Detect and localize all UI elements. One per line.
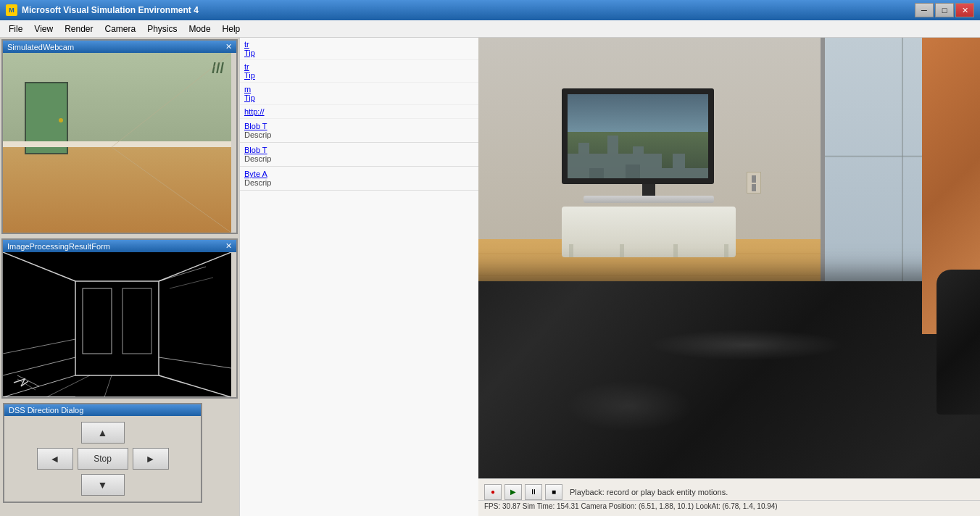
tv-ground <box>568 132 708 178</box>
byte-title[interactable]: Byte A <box>244 170 474 178</box>
couch-highlight <box>649 329 845 360</box>
dss-dialog: DSS Direction Dialog ▲ ◄ Stop ► ▼ <box>3 403 202 503</box>
simtime-display: Sim Time: 154.31 <box>523 502 579 510</box>
svg-marker-32 <box>626 165 640 178</box>
title-bar-left: M Microsoft Visual Simulation Environmen… <box>6 4 199 16</box>
menu-item-file[interactable]: File <box>3 22 28 36</box>
status-bar: FPS: 30.87 Sim Time: 154.31 Camera Posit… <box>478 500 980 512</box>
log-link-6[interactable]: Tip <box>244 93 474 102</box>
outlet-slot-1 <box>752 175 756 183</box>
menu-bar: FileViewRenderCameraPhysicsModeHelp <box>0 20 980 38</box>
dss-stop-button[interactable]: Stop <box>78 448 128 470</box>
stand-leg-1 <box>569 244 573 257</box>
webcam-floor <box>3 146 231 233</box>
blob-desc-1: Descrip <box>244 130 474 139</box>
couch-back <box>478 281 980 480</box>
tv-stand <box>562 207 736 257</box>
dss-right-button[interactable]: ► <box>133 448 169 470</box>
maximize-button[interactable]: □ <box>935 3 954 17</box>
http-entry: http:// <box>240 105 478 119</box>
imgproc-window: ImageProcessingResultForm ✕ <box>1 238 238 399</box>
stand-leg-3 <box>620 244 624 257</box>
webcam-title-bar: SimulatedWebcam ✕ <box>3 41 236 53</box>
app-icon: M <box>6 4 17 16</box>
menu-item-mode[interactable]: Mode <box>183 22 217 36</box>
left-panel: SimulatedWebcam ✕ /// <box>0 38 239 516</box>
title-bar: M Microsoft Visual Simulation Environmen… <box>0 0 980 20</box>
playback-text: Playback: record or play back entity mot… <box>570 488 728 496</box>
stand-leg-2 <box>724 244 728 257</box>
log-link-4[interactable]: Tip <box>244 71 474 80</box>
blob-desc-2: Descrip <box>244 154 474 163</box>
imgproc-svg <box>3 252 231 397</box>
blob-entry-1: Blob T Descrip <box>240 119 478 143</box>
log-entry-2: tr Tip <box>240 60 478 83</box>
couch-armrest-right <box>937 270 980 415</box>
playback-controls: ● ▶ ⏸ ■ Playback: record or play back en… <box>478 484 980 500</box>
svg-marker-31 <box>589 168 604 178</box>
play-button[interactable]: ▶ <box>504 484 522 500</box>
close-button[interactable]: ✕ <box>955 3 974 17</box>
minimize-button[interactable]: ─ <box>915 3 934 17</box>
webcam-baseboard <box>3 141 231 147</box>
tv-base <box>584 196 714 203</box>
record-button[interactable]: ● <box>484 484 502 500</box>
stop-button[interactable]: ■ <box>545 484 562 500</box>
blob-title-2[interactable]: Blob T <box>244 146 474 154</box>
viewport-scene <box>478 38 980 516</box>
log-panel: tr Tip tr Tip m Tip http:// Blob T Descr… <box>239 38 478 516</box>
http-link[interactable]: http:// <box>244 107 474 116</box>
log-entry-1: tr Tip <box>240 38 478 60</box>
tv-neck <box>642 184 655 196</box>
log-entry-3: m Tip <box>240 83 478 105</box>
blob-entry-2: Blob T Descrip <box>240 143 478 167</box>
tv-area <box>562 88 736 257</box>
window-controls: ─ □ ✕ <box>915 3 974 17</box>
lookat-display: LookAt: (6.78, 1.4, 10.94) <box>696 502 778 510</box>
log-link-3[interactable]: tr <box>244 62 474 71</box>
dss-up-button[interactable]: ▲ <box>81 422 125 444</box>
main-layout: SimulatedWebcam ✕ /// <box>0 38 980 516</box>
viewport[interactable]: ● ▶ ⏸ ■ Playback: record or play back en… <box>478 38 980 516</box>
menu-item-view[interactable]: View <box>28 22 59 36</box>
dss-dialog-title: DSS Direction Dialog <box>4 404 201 416</box>
blob-entry-3: Byte A Descrip <box>240 167 478 191</box>
blob-title-1[interactable]: Blob T <box>244 122 474 130</box>
menu-item-physics[interactable]: Physics <box>141 22 183 36</box>
stand-leg-4 <box>673 244 678 257</box>
imgproc-title-bar: ImageProcessingResultForm ✕ <box>3 240 236 252</box>
tv-castle-svg <box>568 132 708 178</box>
imgproc-close-icon[interactable]: ✕ <box>225 241 232 251</box>
log-link-2[interactable]: Tip <box>244 49 474 57</box>
tv-screen <box>562 88 714 184</box>
couch-cushion <box>553 376 704 436</box>
outlet-slot-2 <box>752 184 756 191</box>
wall-outlet <box>747 172 761 194</box>
log-link-5[interactable]: m <box>244 85 474 93</box>
byte-desc: Descrip <box>244 178 474 187</box>
webcam-view: /// <box>3 53 231 233</box>
menu-item-render[interactable]: Render <box>59 22 99 36</box>
couch <box>478 291 980 480</box>
menu-item-help[interactable]: Help <box>217 22 246 36</box>
webcam-door-handle <box>59 118 63 122</box>
dss-middle-row: ◄ Stop ► <box>37 448 169 470</box>
webcam-logo: /// <box>212 60 224 77</box>
log-link-1[interactable]: tr <box>244 40 474 49</box>
pause-button[interactable]: ⏸ <box>525 484 542 500</box>
imgproc-title-label: ImageProcessingResultForm <box>7 242 110 251</box>
app-title: Microsoft Visual Simulation Environment … <box>22 5 199 15</box>
dss-down-button[interactable]: ▼ <box>81 474 125 496</box>
imgproc-view <box>3 252 231 397</box>
dss-left-button[interactable]: ◄ <box>37 448 73 470</box>
fps-display: FPS: 30.87 <box>484 502 520 510</box>
webcam-close-icon[interactable]: ✕ <box>225 42 232 51</box>
playback-bar: ● ▶ ⏸ ■ Playback: record or play back en… <box>478 478 980 516</box>
tv-content <box>568 94 708 178</box>
camera-pos-display: Camera Position: (6.51, 1.88, 10.1) <box>581 502 694 510</box>
webcam-window: SimulatedWebcam ✕ /// <box>1 39 238 234</box>
tv-sky <box>568 94 708 132</box>
dss-dialog-content: ▲ ◄ Stop ► ▼ <box>4 416 201 502</box>
webcam-scene: /// <box>3 53 231 233</box>
menu-item-camera[interactable]: Camera <box>99 22 142 36</box>
